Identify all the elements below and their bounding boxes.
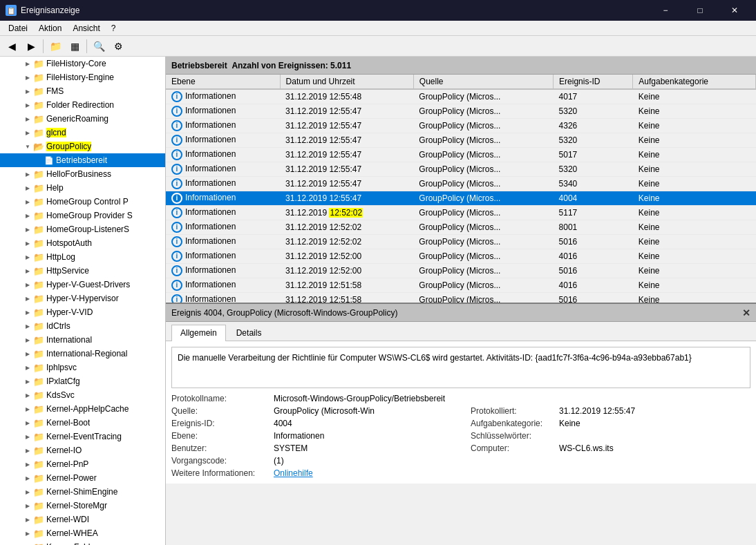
up-button[interactable]: 📁 — [46, 38, 64, 55]
tree-item[interactable]: 📁Kernel-WHEA — [0, 526, 165, 540]
table-row[interactable]: iInformationen31.12.2019 12:52:00GroupPo… — [166, 249, 756, 264]
folder-icon: 📁 — [33, 349, 44, 359]
tree-item[interactable]: 📁Kernel-ShimEngine — [0, 485, 165, 499]
tree-item[interactable]: 📂GroupPolicy — [0, 140, 165, 153]
computer-value: WS-CL6.ws.its — [559, 443, 750, 453]
info-icon: i — [171, 178, 182, 189]
tree-expander — [22, 403, 33, 414]
protokollname-label: Protokollname: — [171, 394, 268, 403]
menu-help[interactable]: ? — [106, 22, 122, 35]
tree-label: IPxlatCfg — [46, 376, 80, 386]
tree-item[interactable]: 📁IPxlatCfg — [0, 374, 165, 388]
tree-item[interactable]: 📁HttpLog — [0, 250, 165, 264]
tree-label: IdCtrls — [46, 321, 70, 331]
tab-details[interactable]: Details — [227, 325, 271, 341]
tree-item[interactable]: 📁FileHistory-Engine — [0, 70, 165, 84]
table-row[interactable]: iInformationen31.12.2019 12:55:47GroupPo… — [166, 133, 756, 148]
right-panel: Betriebsbereit Anzahl von Ereignissen: 5… — [166, 57, 756, 545]
table-row[interactable]: iInformationen31.12.2019 12:55:47GroupPo… — [166, 148, 756, 162]
table-row[interactable]: iInformationen31.12.2019 12:52:02GroupPo… — [166, 235, 756, 249]
table-row[interactable]: iInformationen31.12.2019 12:55:47GroupPo… — [166, 119, 756, 133]
tab-allgemein[interactable]: Allgemein — [171, 325, 226, 341]
col-quelle[interactable]: Quelle — [413, 75, 553, 89]
properties-button[interactable]: ⚙ — [109, 38, 127, 55]
close-button[interactable]: ✕ — [719, 0, 750, 21]
tree-label: Kernel-EventTracing — [46, 432, 122, 441]
tree-item[interactable]: 📁FMS — [0, 84, 165, 98]
tree-item[interactable]: 📁Iphlpsvc — [0, 361, 165, 374]
tree-item[interactable]: 📁International — [0, 333, 165, 347]
tree-item[interactable]: 📁GenericRoaming — [0, 112, 165, 126]
tree-expander — [22, 99, 33, 111]
tree-item[interactable]: 📁HotspotAuth — [0, 236, 165, 250]
tree-item[interactable]: 📁glcnd — [0, 126, 165, 140]
tree-item[interactable]: 📁Hyper-V-VID — [0, 305, 165, 319]
table-row[interactable]: iInformationen31.12.2019 12:55:47GroupPo… — [166, 177, 756, 191]
table-row[interactable]: iInformationen31.12.2019 12:51:58GroupPo… — [166, 278, 756, 293]
info-icon: i — [171, 236, 182, 247]
tree-expander — [22, 58, 33, 69]
tree-item[interactable]: 📁Folder Redirection — [0, 98, 165, 112]
detail-close-button[interactable]: ✕ — [742, 307, 750, 318]
tree-item[interactable]: 📁Kernel-WDI — [0, 513, 165, 526]
event-table-container[interactable]: Ebene Datum und Uhrzeit Quelle Ereignis-… — [166, 75, 756, 303]
tree-item[interactable]: 📁Help — [0, 181, 165, 195]
tree-item[interactable]: 📁HomeGroup Provider S — [0, 209, 165, 222]
tree-item[interactable]: 📁Hyper-V-Hypervisor — [0, 291, 165, 305]
table-row[interactable]: iInformationen31.12.2019 12:52:00GroupPo… — [166, 264, 756, 278]
tree-item[interactable]: 📁International-Regional — [0, 347, 165, 361]
folder-icon: 📁 — [33, 487, 44, 497]
tree-item[interactable]: 📁Known Folders — [0, 540, 165, 545]
tree-item[interactable]: 📁HomeGroup-ListenerS — [0, 222, 165, 236]
tree-label: FileHistory-Core — [46, 59, 106, 68]
table-row[interactable]: iInformationen31.12.2019 12:55:47GroupPo… — [166, 162, 756, 177]
tree-item[interactable]: 📁HelloForBusiness — [0, 167, 165, 181]
folder-icon: 📁 — [33, 100, 44, 111]
table-row[interactable]: iInformationen31.12.2019 12:52:02GroupPo… — [166, 206, 756, 220]
tree-item[interactable]: 📁Hyper-V-Guest-Drivers — [0, 278, 165, 291]
tree-item[interactable]: 📁FileHistory-Core — [0, 57, 165, 70]
tree-item[interactable]: 📁IdCtrls — [0, 319, 165, 333]
filter-button[interactable]: 🔍 — [90, 38, 108, 55]
back-button[interactable]: ◀ — [3, 38, 21, 55]
tree-item[interactable]: 📁Kernel-PnP — [0, 457, 165, 471]
tree-item[interactable]: 📁Kernel-Power — [0, 471, 165, 485]
table-row[interactable]: iInformationen31.12.2019 12:55:47GroupPo… — [166, 191, 756, 206]
tree-label: FileHistory-Engine — [46, 73, 114, 82]
folder-icon: 📁 — [33, 59, 44, 69]
table-row[interactable]: iInformationen31.12.2019 12:55:48GroupPo… — [166, 89, 756, 104]
tree-label: Betriebsbereit — [56, 155, 107, 165]
folder-icon: 📁 — [33, 238, 44, 249]
forward-button[interactable]: ▶ — [22, 38, 40, 55]
col-kategorie[interactable]: Aufgabenkategorie — [633, 75, 756, 89]
minimize-button[interactable]: − — [650, 0, 681, 21]
tree-item[interactable]: 📁Kernel-StoreMgr — [0, 499, 165, 513]
table-row[interactable]: iInformationen31.12.2019 12:52:02GroupPo… — [166, 220, 756, 235]
info-icon: i — [171, 294, 182, 303]
tree-item[interactable]: 📁Kernel-AppHelpCache — [0, 402, 165, 416]
table-row[interactable]: iInformationen31.12.2019 12:51:58GroupPo… — [166, 293, 756, 303]
col-datum[interactable]: Datum und Uhrzeit — [280, 75, 413, 89]
tree-item[interactable]: 📄Betriebsbereit — [0, 153, 165, 167]
tree-item[interactable]: 📁Kernel-EventTracing — [0, 430, 165, 443]
page-icon: 📄 — [44, 156, 54, 165]
col-id[interactable]: Ereignis-ID — [554, 75, 633, 89]
app-icon: 📋 — [6, 5, 17, 16]
table-row[interactable]: iInformationen31.12.2019 12:55:47GroupPo… — [166, 104, 756, 119]
tree-item[interactable]: 📁Kernel-IO — [0, 443, 165, 457]
tree-item[interactable]: 📁HomeGroup Control P — [0, 195, 165, 209]
view-button[interactable]: ▦ — [66, 38, 84, 55]
menu-ansicht[interactable]: Ansicht — [67, 22, 105, 35]
maximize-button[interactable]: □ — [684, 0, 716, 21]
folder-icon: 📁 — [33, 404, 44, 414]
tree-label: Hyper-V-VID — [46, 307, 93, 317]
onlinehilfe-link[interactable]: Onlinehilfe — [274, 468, 750, 478]
tree-item[interactable]: 📁HttpService — [0, 264, 165, 278]
vorgangscode-value: (1) — [274, 456, 750, 466]
menu-datei[interactable]: Datei — [3, 22, 33, 35]
folder-icon: 📁 — [33, 432, 44, 442]
col-ebene[interactable]: Ebene — [166, 75, 280, 89]
tree-item[interactable]: 📁KdsSvc — [0, 388, 165, 402]
tree-item[interactable]: 📁Kernel-Boot — [0, 416, 165, 430]
menu-aktion[interactable]: Aktion — [33, 22, 67, 35]
